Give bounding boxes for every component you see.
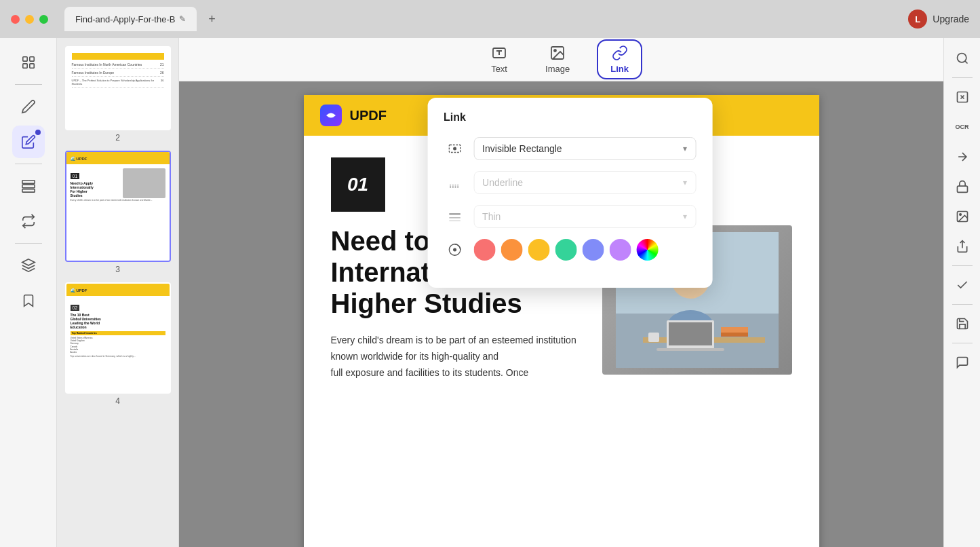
- text-label: Text: [491, 64, 507, 74]
- thumbnail-content-4: 🌊 UPDF 02 The 10 BestGlobal Universities…: [66, 284, 170, 392]
- new-tab-button[interactable]: +: [202, 10, 221, 29]
- image-icon: [549, 45, 566, 61]
- svg-point-10: [554, 50, 556, 52]
- text-tool-button[interactable]: Text: [480, 39, 518, 79]
- color-swatch-rainbow[interactable]: [636, 239, 658, 261]
- close-button[interactable]: [11, 15, 20, 24]
- share-icon[interactable]: [950, 234, 975, 259]
- underline-select-label: Underline: [482, 177, 683, 188]
- underline-row: Underline ▾: [444, 171, 696, 194]
- svg-rect-22: [721, 333, 748, 337]
- shape-chevron-icon: ▾: [683, 144, 687, 153]
- thumbnail-number-3: 3: [115, 265, 120, 274]
- thumbnail-frame-4: 🌊 UPDF 02 The 10 BestGlobal Universities…: [65, 282, 171, 394]
- thumbnail-number-2: 2: [115, 133, 120, 143]
- color-swatch-purple[interactable]: [609, 239, 631, 261]
- shape-icon: [444, 138, 465, 159]
- svg-rect-5: [22, 185, 34, 188]
- sidebar-item-layers[interactable]: [12, 249, 45, 282]
- updf-logo-text: UPDF: [350, 108, 387, 124]
- thumbnail-content-3: 🌊 UPDF 01 Need to ApplyInternationallyFo…: [66, 152, 170, 261]
- svg-rect-2: [22, 64, 26, 68]
- thickness-row: Thin ▾: [444, 205, 696, 228]
- link-tool-button[interactable]: Link: [597, 39, 642, 79]
- color-swatch-orange[interactable]: [501, 239, 522, 261]
- titlebar: Find-and-Apply-For-the-B ✎ + L Upgrade: [0, 0, 980, 38]
- image-label: Image: [545, 64, 570, 74]
- svg-rect-26: [957, 186, 967, 192]
- svg-marker-7: [22, 259, 34, 265]
- sidebar-item-thumbnails[interactable]: [12, 46, 45, 79]
- user-avatar: L: [908, 10, 927, 29]
- divider-2: [15, 164, 42, 164]
- tab-bar: Find-and-Apply-For-the-B ✎ +: [64, 7, 221, 31]
- sidebar-item-annotation[interactable]: [12, 90, 45, 123]
- svg-rect-20: [656, 348, 724, 351]
- divider-3: [15, 243, 42, 244]
- upgrade-button[interactable]: L Upgrade: [908, 10, 969, 29]
- save-icon[interactable]: [950, 312, 975, 336]
- thumbnail-content-2: Famous Institutes In North American Coun…: [66, 48, 170, 129]
- color-palette-icon[interactable]: [444, 239, 465, 261]
- thumbnail-number-4: 4: [115, 396, 120, 406]
- svg-rect-4: [22, 181, 34, 184]
- thumbnail-frame-2: Famous Institutes In North American Coun…: [65, 46, 171, 130]
- updf-logo-mark: [320, 105, 342, 126]
- sidebar-item-organize[interactable]: [12, 170, 45, 202]
- lock-icon[interactable]: [950, 174, 975, 199]
- current-tab[interactable]: Find-and-Apply-For-the-B ✎: [64, 7, 197, 31]
- shape-select-label: Invisible Rectangle: [482, 143, 683, 154]
- check-icon[interactable]: [950, 273, 975, 297]
- thickness-chevron-icon: ▾: [683, 212, 687, 221]
- link-label: Link: [610, 64, 629, 74]
- svg-point-31: [453, 147, 456, 150]
- color-swatch-blue[interactable]: [582, 239, 604, 261]
- comment-icon[interactable]: [950, 350, 975, 375]
- ocr-icon[interactable]: OCR: [950, 115, 975, 139]
- fit-page-icon[interactable]: [950, 85, 975, 109]
- top-toolbar: Text Image Link: [179, 38, 943, 81]
- thickness-select[interactable]: Thin ▾: [473, 205, 696, 228]
- edit-tab-icon[interactable]: ✎: [179, 14, 186, 24]
- left-sidebar: [0, 38, 57, 547]
- color-swatch-pink[interactable]: [473, 239, 495, 261]
- underline-chevron-icon: ▾: [683, 178, 687, 187]
- upgrade-label: Upgrade: [933, 14, 969, 24]
- thickness-select-label: Thin: [482, 211, 683, 222]
- image-tool-button[interactable]: Image: [534, 39, 581, 79]
- thumbnail-page-4[interactable]: 🌊 UPDF 02 The 10 BestGlobal Universities…: [65, 282, 171, 406]
- divider-right-3: [952, 304, 973, 305]
- search-icon[interactable]: [950, 46, 975, 71]
- thumbnail-page-3[interactable]: 🌊 UPDF 01 Need to ApplyInternationallyFo…: [65, 151, 171, 274]
- right-sidebar: OCR: [943, 38, 980, 547]
- svg-point-28: [959, 214, 961, 216]
- minimize-button[interactable]: [25, 15, 34, 24]
- svg-rect-1: [29, 57, 33, 61]
- underline-select[interactable]: Underline ▾: [473, 171, 696, 194]
- shape-select[interactable]: Invisible Rectangle ▾: [473, 137, 696, 160]
- color-swatch-yellow[interactable]: [528, 239, 549, 261]
- thumbnail-page-2[interactable]: Famous Institutes In North American Coun…: [65, 46, 171, 143]
- divider-right-2: [952, 265, 973, 266]
- maximize-button[interactable]: [39, 15, 48, 24]
- link-panel-title: Link: [444, 111, 696, 124]
- color-swatch-teal[interactable]: [555, 239, 576, 261]
- underline-icon: [444, 172, 465, 193]
- thumbnail-frame-3: 🌊 UPDF 01 Need to ApplyInternationallyFo…: [65, 151, 171, 262]
- thumbnails-panel[interactable]: Famous Institutes In North American Coun…: [57, 38, 179, 547]
- tab-title: Find-and-Apply-For-the-B: [75, 14, 175, 24]
- convert-icon[interactable]: [950, 145, 975, 169]
- text-icon: [491, 45, 507, 61]
- pdf-number-box: 01: [331, 157, 385, 212]
- image-icon[interactable]: [950, 204, 975, 229]
- sidebar-item-edit[interactable]: [12, 126, 45, 158]
- sidebar-item-bookmark[interactable]: [12, 284, 45, 317]
- svg-rect-21: [721, 327, 748, 333]
- svg-rect-3: [29, 64, 33, 68]
- sidebar-item-convert[interactable]: [12, 205, 45, 238]
- link-dropdown-panel: Link Invisible Rectangle ▾ Underline ▾: [427, 98, 712, 288]
- traffic-lights: [11, 15, 48, 24]
- pdf-body-text-1: Every child's dream is to be part of an …: [331, 333, 586, 381]
- link-icon: [612, 45, 628, 61]
- divider-1: [15, 84, 42, 85]
